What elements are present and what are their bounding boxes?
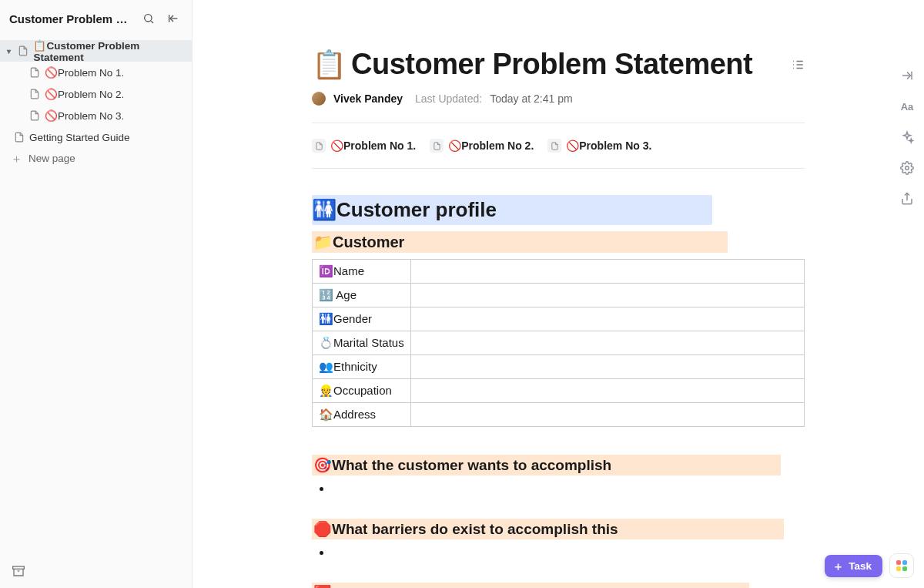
page-icon <box>29 67 40 78</box>
page-emoji[interactable]: 📋 <box>312 49 346 81</box>
subpage-links: 🚫Problem No 1. 🚫Problem No 2. 🚫Problem N… <box>312 139 805 169</box>
typography-icon[interactable]: Aa <box>899 99 915 114</box>
table-cell-value[interactable] <box>411 403 805 427</box>
collapse-sidebar-icon[interactable] <box>164 9 182 28</box>
table-row[interactable]: 🏠Address <box>313 403 805 427</box>
page-icon <box>430 139 444 153</box>
divider <box>312 123 805 123</box>
expand-icon[interactable] <box>899 68 915 83</box>
tree-item-child[interactable]: 🚫Problem No 2. <box>0 83 192 105</box>
block-customer-wants[interactable]: 🎯What the customer wants to accomplish <box>312 453 805 496</box>
table-cell-value[interactable] <box>411 260 805 284</box>
caret-down-icon[interactable]: ▾ <box>5 47 13 55</box>
fab-area: ＋ Task <box>825 554 913 577</box>
page-tree: ▾ 📋Customer Problem Statement 🚫Problem N… <box>0 37 192 554</box>
svg-rect-4 <box>13 566 25 569</box>
page-icon <box>18 45 28 56</box>
create-task-button[interactable]: ＋ Task <box>825 555 882 577</box>
tree-item-child[interactable]: 🚫Problem No 3. <box>0 105 192 126</box>
subsection-customer[interactable]: 📁Customer <box>312 231 805 253</box>
sidebar-header: Customer Problem Statement <box>0 0 192 37</box>
tree-item-sibling[interactable]: Getting Started Guide <box>0 126 192 148</box>
task-fab-label: Task <box>849 560 872 572</box>
page-title[interactable]: Customer Problem Statement <box>351 48 752 81</box>
right-rail: Aa <box>890 0 924 207</box>
table-cell-key[interactable]: 🔢 Age <box>313 284 411 307</box>
sidebar: Customer Problem Statement ▾ 📋Customer P… <box>0 0 192 588</box>
table-row[interactable]: 🚻Gender <box>313 307 805 331</box>
document: 📋 Customer Problem Statement Vivek Pande… <box>312 0 805 588</box>
table-cell-key[interactable]: 👷Occupation <box>313 379 411 403</box>
last-updated-value: Today at 2:41 pm <box>490 92 572 105</box>
tree-item-label: Getting Started Guide <box>29 132 130 143</box>
table-cell-key[interactable]: 🏠Address <box>313 403 411 427</box>
subpage-link[interactable]: 🚫Problem No 3. <box>547 139 651 153</box>
ai-sparkle-icon[interactable] <box>899 129 915 145</box>
sidebar-footer <box>0 554 192 588</box>
meta-row: Vivek Pandey Last Updated: Today at 2:41… <box>312 92 805 106</box>
author-avatar[interactable] <box>312 92 326 106</box>
table-cell-key[interactable]: 🆔Name <box>313 260 411 284</box>
page-icon <box>547 139 561 153</box>
last-updated-label: Last Updated: <box>415 92 482 105</box>
plus-icon: ＋ <box>11 153 22 164</box>
table-cell-key[interactable]: 👥Ethnicity <box>313 355 411 379</box>
subpage-link[interactable]: 🚫Problem No 1. <box>312 139 416 153</box>
tree-item-root[interactable]: ▾ 📋Customer Problem Statement <box>0 40 192 62</box>
block-barriers[interactable]: 🛑What barriers do exist to accomplish th… <box>312 517 805 559</box>
tree-children: 🚫Problem No 1. 🚫Problem No 2. 🚫Problem N… <box>0 62 192 126</box>
table-cell-key[interactable]: 🚻Gender <box>313 307 411 331</box>
apps-button[interactable] <box>890 554 913 577</box>
tree-item-child[interactable]: 🚫Problem No 1. <box>0 62 192 83</box>
table-cell-key[interactable]: 💍Marital Status <box>313 331 411 355</box>
section-customer-profile[interactable]: 🚻Customer profile <box>312 195 712 225</box>
table-cell-value[interactable] <box>411 379 805 403</box>
tree-item-label: 📋Customer Problem Statement <box>33 39 186 63</box>
new-page-button[interactable]: ＋ New page <box>0 148 192 169</box>
table-row[interactable]: 👷Occupation <box>313 379 805 403</box>
table-row[interactable]: 👥Ethnicity <box>313 355 805 379</box>
svg-point-0 <box>145 15 152 22</box>
table-row[interactable]: 🔢 Age <box>313 284 805 307</box>
table-cell-value[interactable] <box>411 307 805 331</box>
table-cell-value[interactable] <box>411 284 805 307</box>
apps-grid-icon <box>896 560 907 571</box>
tree-item-label: 🚫Problem No 2. <box>45 88 124 100</box>
table-cell-value[interactable] <box>411 355 805 379</box>
new-page-label: New page <box>28 153 75 164</box>
svg-point-11 <box>906 166 909 170</box>
table-row[interactable]: 💍Marital Status <box>313 331 805 355</box>
customer-profile-table[interactable]: 🆔Name 🔢 Age 🚻Gender 💍Marital Status 👥Eth… <box>312 259 805 427</box>
block-why-barriers[interactable]: 🆘Why do the barriers exist <box>312 581 805 588</box>
share-icon[interactable] <box>899 191 915 207</box>
list-item[interactable] <box>332 546 805 559</box>
table-row[interactable]: 🆔Name <box>313 260 805 284</box>
page-icon <box>29 110 40 121</box>
title-row: 📋 Customer Problem Statement <box>312 48 805 81</box>
settings-icon[interactable] <box>899 160 915 176</box>
table-cell-value[interactable] <box>411 331 805 355</box>
svg-line-1 <box>151 21 153 23</box>
page-icon <box>14 132 25 143</box>
page-icon <box>312 139 326 153</box>
plus-icon: ＋ <box>832 560 844 572</box>
page-icon <box>29 89 40 99</box>
search-icon[interactable] <box>139 9 158 28</box>
archive-icon[interactable] <box>9 562 28 580</box>
bullet-list[interactable] <box>312 482 805 496</box>
tree-item-label: 🚫Problem No 1. <box>45 66 124 79</box>
list-item[interactable] <box>332 482 805 496</box>
bullet-list[interactable] <box>312 546 805 559</box>
author-name[interactable]: Vivek Pandey <box>333 92 403 105</box>
tree-item-label: 🚫Problem No 3. <box>45 109 124 122</box>
main-content: 📋 Customer Problem Statement Vivek Pande… <box>192 0 924 588</box>
sidebar-title: Customer Problem Statement <box>9 12 133 25</box>
subpage-link[interactable]: 🚫Problem No 2. <box>430 139 534 153</box>
outline-toggle-icon[interactable] <box>791 58 805 72</box>
